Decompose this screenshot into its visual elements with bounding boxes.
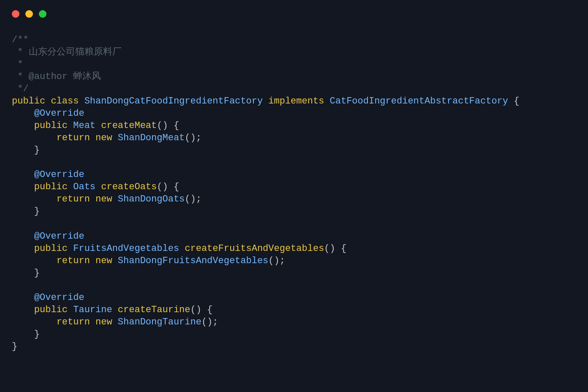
new-type: ShanDongTaurine [118, 317, 201, 327]
editor-window: /** * 山东分公司猫粮原料厂 * * @author 蝉沐风 */ publ… [0, 0, 588, 392]
new-type: ShanDongOats [118, 194, 185, 204]
return-type: Oats [73, 182, 95, 192]
kw-class: class [51, 96, 79, 106]
javadoc-line: * @author 蝉沐风 [12, 71, 101, 82]
sig: () { [191, 305, 213, 315]
tail: (); [185, 133, 201, 143]
kw-return: return [57, 133, 90, 143]
brace-close: } [34, 329, 40, 340]
method-name: createTaurine [118, 305, 191, 315]
return-type: Meat [73, 120, 95, 131]
method-name: createMeat [101, 120, 157, 131]
tail: (); [201, 317, 218, 327]
kw-public: public [34, 120, 68, 131]
method-name: createFruitsAndVegetables [185, 243, 324, 254]
kw-return: return [57, 317, 90, 327]
override-annotation: @Override [34, 231, 84, 242]
kw-public: public [34, 243, 68, 254]
brace-close: } [12, 341, 17, 352]
tail: (); [185, 194, 201, 204]
maximize-icon[interactable] [39, 10, 46, 18]
kw-implements: implements [268, 96, 324, 106]
sig: () { [324, 243, 346, 254]
brace-close: } [34, 145, 40, 155]
close-icon[interactable] [12, 10, 19, 18]
javadoc-open: /** [12, 35, 29, 45]
new-type: ShanDongMeat [118, 133, 185, 143]
javadoc-close: */ [12, 84, 29, 94]
javadoc-line: * [12, 59, 23, 70]
sig: () { [157, 120, 179, 131]
brace-close: } [34, 206, 40, 217]
code-block: /** * 山东分公司猫粮原料厂 * * @author 蝉沐风 */ publ… [0, 22, 588, 365]
override-annotation: @Override [34, 108, 84, 119]
kw-return: return [57, 256, 90, 266]
override-annotation: @Override [34, 169, 84, 180]
kw-new: new [95, 133, 112, 143]
sig: () { [157, 182, 179, 192]
tail: (); [268, 256, 285, 266]
brace-close: } [34, 268, 40, 278]
return-type: FruitsAndVegetables [73, 243, 179, 254]
minimize-icon[interactable] [25, 10, 33, 18]
kw-public: public [34, 182, 68, 192]
brace-open: { [508, 96, 519, 106]
kw-return: return [57, 194, 90, 204]
kw-new: new [95, 194, 112, 204]
kw-new: new [95, 256, 112, 266]
javadoc-line: * 山东分公司猫粮原料厂 [12, 47, 122, 57]
kw-public: public [34, 305, 68, 315]
method-name: createOats [101, 182, 157, 192]
interface-name: CatFoodIngredientAbstractFactory [330, 96, 508, 106]
kw-public: public [12, 96, 45, 106]
override-annotation: @Override [34, 292, 84, 303]
kw-new: new [95, 317, 112, 327]
new-type: ShanDongFruitsAndVegetables [118, 256, 268, 266]
return-type: Taurine [73, 305, 112, 315]
window-titlebar [0, 0, 588, 22]
class-name: ShanDongCatFoodIngredientFactory [84, 96, 263, 106]
